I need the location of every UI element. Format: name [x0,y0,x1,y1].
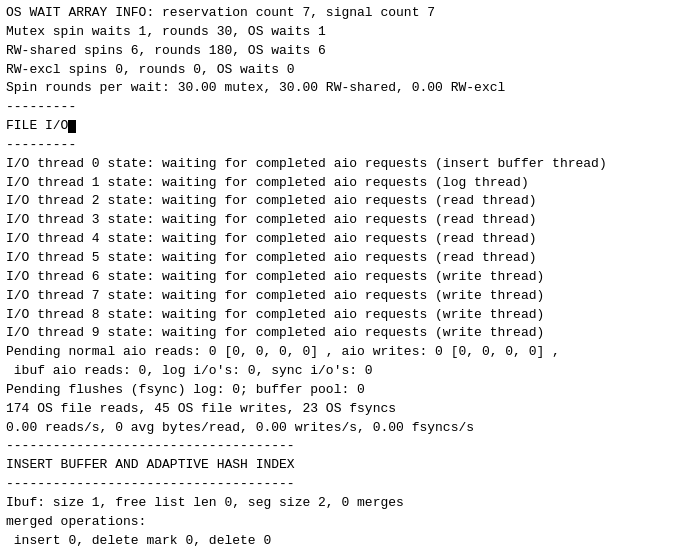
terminal-line: Pending normal aio reads: 0 [0, 0, 0, 0]… [6,344,560,359]
terminal-line: I/O thread 5 state: waiting for complete… [6,250,537,265]
terminal-line: ------------------------------------- [6,476,295,491]
terminal-line: merged operations: [6,514,146,529]
terminal-line: OS WAIT ARRAY INFO: reservation count 7,… [6,5,435,20]
cursor [68,120,76,133]
terminal-line: 0.00 reads/s, 0 avg bytes/read, 0.00 wri… [6,420,474,435]
terminal-line: I/O thread 0 state: waiting for complete… [6,156,607,171]
terminal-line: I/O thread 4 state: waiting for complete… [6,231,537,246]
terminal-line: Pending flushes (fsync) log: 0; buffer p… [6,382,365,397]
terminal-line: I/O thread 1 state: waiting for complete… [6,175,529,190]
terminal-line: RW-shared spins 6, rounds 180, OS waits … [6,43,326,58]
terminal-line: I/O thread 9 state: waiting for complete… [6,325,544,340]
terminal-output: OS WAIT ARRAY INFO: reservation count 7,… [6,4,677,548]
terminal-line: ------------------------------------- [6,438,295,453]
terminal-line: I/O thread 3 state: waiting for complete… [6,212,537,227]
terminal-line: I/O thread 7 state: waiting for complete… [6,288,544,303]
terminal-line: Mutex spin waits 1, rounds 30, OS waits … [6,24,326,39]
terminal-line: insert 0, delete mark 0, delete 0 [6,533,271,548]
terminal-line: --------- [6,137,76,152]
terminal-line: Spin rounds per wait: 30.00 mutex, 30.00… [6,80,505,95]
terminal-line: 174 OS file reads, 45 OS file writes, 23… [6,401,396,416]
terminal-line: INSERT BUFFER AND ADAPTIVE HASH INDEX [6,457,295,472]
terminal-line: I/O thread 6 state: waiting for complete… [6,269,544,284]
terminal-line: Ibuf: size 1, free list len 0, seg size … [6,495,404,510]
terminal-line: FILE I/O [6,118,76,133]
terminal-line: --------- [6,99,76,114]
terminal-line: I/O thread 2 state: waiting for complete… [6,193,537,208]
terminal-line: I/O thread 8 state: waiting for complete… [6,307,544,322]
terminal-line: ibuf aio reads: 0, log i/o's: 0, sync i/… [6,363,373,378]
terminal-line: RW-excl spins 0, rounds 0, OS waits 0 [6,62,295,77]
